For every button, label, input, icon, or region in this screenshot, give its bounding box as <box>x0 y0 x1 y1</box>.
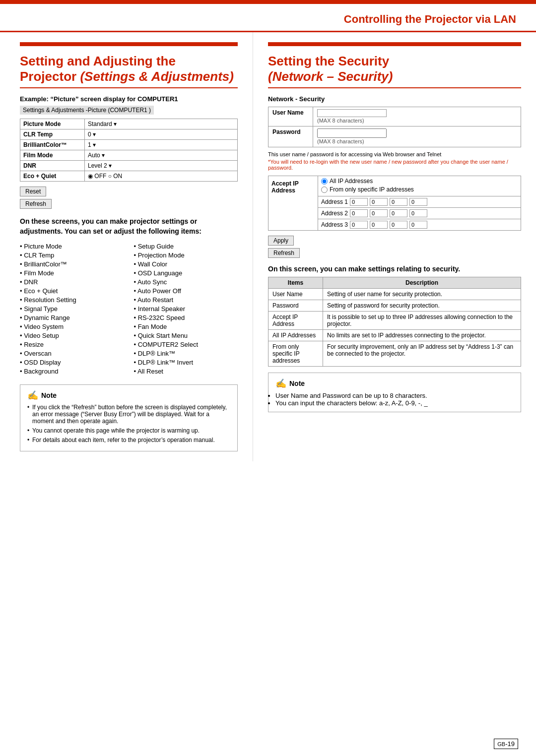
desc-col-description: Description <box>323 277 521 289</box>
list-item: DLP® Link™ Invert <box>134 359 238 366</box>
address2-oct4[interactable] <box>409 209 427 217</box>
right-col-bar <box>268 42 521 46</box>
settings-value: Standard ▾ <box>85 119 238 129</box>
address2-oct3[interactable] <box>390 209 407 217</box>
settings-row: DNRLevel 2 ▾ <box>20 161 238 171</box>
on-screen-heading: On this screen, you can make settings re… <box>268 265 521 273</box>
left-note-title: ✍ Note <box>27 390 230 401</box>
ip-table: Accept IP Address All IP Addresses From … <box>268 176 521 231</box>
refresh-button-left[interactable]: Refresh <box>20 199 52 209</box>
refresh-button-right[interactable]: Refresh <box>268 248 300 258</box>
settings-label: DNR <box>20 161 85 171</box>
address1-oct4[interactable] <box>409 198 427 206</box>
desc-description: It is possible to set up to three IP add… <box>323 312 521 330</box>
password-hint: (MAX 8 characters) <box>317 138 364 144</box>
username-label: User Name <box>268 107 313 126</box>
feature-list: Picture ModeCLR TempBrilliantColor™Film … <box>20 243 238 377</box>
radio-specific-ip: From only specific IP addresses <box>321 186 518 193</box>
list-item: Internal Speaker <box>134 305 238 313</box>
list-item: RS-232C Speed <box>134 314 238 321</box>
address1-oct2[interactable] <box>370 198 388 206</box>
reset-button[interactable]: Reset <box>20 187 46 196</box>
address1-oct3[interactable] <box>390 198 407 206</box>
settings-label: CLR Temp <box>20 129 85 140</box>
settings-row: Picture ModeStandard ▾ <box>20 119 238 129</box>
desc-item: All IP Addresses <box>268 330 323 341</box>
address1-oct1[interactable] <box>350 198 368 206</box>
settings-row: Eco + Quiet◉ OFF ○ ON <box>20 171 238 182</box>
apply-button[interactable]: Apply <box>268 236 294 246</box>
address3-oct4[interactable] <box>409 221 427 229</box>
address3-oct2[interactable] <box>370 221 388 229</box>
feature-list-col2: Setup GuideProjection ModeWall ColorOSD … <box>134 243 238 377</box>
settings-value: Level 2 ▾ <box>85 161 238 171</box>
list-item: Video Setup <box>20 332 124 339</box>
radio-all-ip-input[interactable] <box>321 178 328 185</box>
address2-row-inner: Address 2 <box>321 209 518 217</box>
desc-description: Setting of user name for security protec… <box>323 289 521 300</box>
desc-row: From only specific IP addressesFor secur… <box>268 341 521 367</box>
page-number: GB-19 <box>494 739 518 749</box>
desc-col-items: Items <box>268 277 323 289</box>
username-row: User Name (MAX 8 characters) <box>268 107 521 126</box>
form-note: This user name / password is for accessi… <box>268 151 521 157</box>
address2-oct2[interactable] <box>370 209 388 217</box>
desc-description: No limits are set to IP addresses connec… <box>323 330 521 341</box>
gb-label: GB <box>497 741 505 747</box>
list-item: OSD Display <box>20 359 124 366</box>
radio-specific-ip-input[interactable] <box>321 187 328 193</box>
bold-paragraph: On these screens, you can make projector… <box>20 217 238 236</box>
username-hint: (MAX 8 characters) <box>317 118 364 124</box>
settings-label: Eco + Quiet <box>20 171 85 182</box>
list-item: DLP® Link™ <box>134 350 238 357</box>
list-item: COMPUTER2 Select <box>134 341 238 348</box>
password-input[interactable] <box>317 128 387 138</box>
address3-oct3[interactable] <box>390 221 407 229</box>
list-item: Auto Power Off <box>134 287 238 295</box>
list-item: Eco + Quiet <box>20 287 124 295</box>
accept-ip-label: Accept IP Address <box>268 176 318 231</box>
settings-label: Picture Mode <box>20 119 85 129</box>
list-item: Signal Type <box>20 305 124 313</box>
settings-table: Picture ModeStandard ▾CLR Temp0 ▾Brillia… <box>20 119 238 182</box>
list-item: Wall Color <box>134 260 238 268</box>
settings-value: 1 ▾ <box>85 140 238 150</box>
radio-all-ip: All IP Addresses <box>321 178 518 185</box>
address1-label: Address 1 <box>321 198 348 205</box>
note-item: For details about each item, refer to th… <box>27 437 230 443</box>
list-item: Dynamic Range <box>20 314 124 321</box>
list-item: Auto Restart <box>134 296 238 304</box>
list-item: CLR Temp <box>20 252 124 259</box>
left-section-title: Setting and Adjusting the Projector (Set… <box>20 54 238 88</box>
address2-oct1[interactable] <box>350 209 368 217</box>
username-input[interactable] <box>317 109 387 117</box>
address3-oct1[interactable] <box>350 221 368 229</box>
list-item: Video System <box>20 323 124 330</box>
desc-row: Accept IP AddressIt is possible to set u… <box>268 312 521 330</box>
desc-description: Setting of password for security protect… <box>323 300 521 312</box>
list-item: Resolution Setting <box>20 296 124 304</box>
list-item: Auto Sync <box>134 278 238 286</box>
right-column: Setting the Security (Network – Security… <box>253 32 536 461</box>
right-note-title: ✍ Note <box>275 378 514 389</box>
list-item: Overscan <box>20 350 124 357</box>
right-note-list: User Name and Password can be up to 8 ch… <box>275 392 514 407</box>
password-label: Password <box>268 126 313 147</box>
note-item: You can input the characters below: a-z,… <box>275 399 514 407</box>
left-col-bar <box>20 42 238 46</box>
settings-value: 0 ▾ <box>85 129 238 140</box>
network-security-heading: Network - Security <box>268 95 521 103</box>
page-header: Controlling the Projector via LAN <box>0 4 536 32</box>
address1-row-inner: Address 1 <box>321 198 518 206</box>
feature-list-col1: Picture ModeCLR TempBrilliantColor™Film … <box>20 243 124 377</box>
content-area: Setting and Adjusting the Projector (Set… <box>0 32 536 476</box>
right-note-box: ✍ Note User Name and Password can be up … <box>268 373 521 412</box>
desc-row: All IP AddressesNo limits are set to IP … <box>268 330 521 341</box>
settings-label: Film Mode <box>20 150 85 161</box>
list-item: Picture Mode <box>20 243 124 250</box>
list-item: Setup Guide <box>134 243 238 250</box>
list-item: Fan Mode <box>134 323 238 330</box>
settings-row: BrilliantColor™1 ▾ <box>20 140 238 150</box>
note-item: If you click the “Refresh” button before… <box>27 404 230 425</box>
list-item: Quick Start Menu <box>134 332 238 339</box>
